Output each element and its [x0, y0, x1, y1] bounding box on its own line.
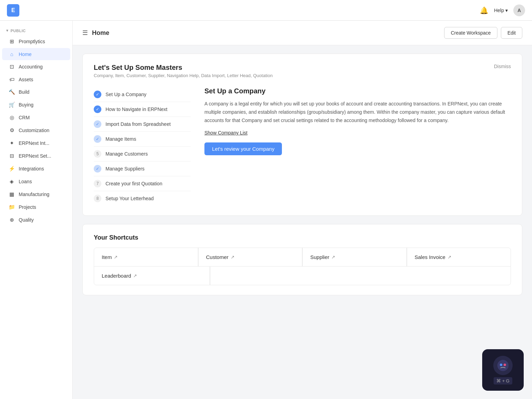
integrations-icon: ⚡ [8, 166, 15, 172]
sidebar-item-label: Manufacturing [19, 192, 49, 197]
manufacturing-icon: ▦ [8, 191, 15, 197]
external-link-icon: ↗ [448, 254, 451, 260]
sidebar-item-label: ERPNext Int... [19, 140, 49, 146]
sidebar-item-label: ERPNext Set... [19, 153, 51, 159]
shortcut-item-supplier[interactable]: Supplier ↗ [303, 248, 407, 266]
sidebar-item-label: Build [19, 89, 29, 95]
dismiss-button[interactable]: Dismiss [494, 64, 511, 69]
review-company-button[interactable]: Let's review your Company [204, 142, 282, 155]
promptlytics-icon: ⊞ [8, 38, 15, 45]
avatar[interactable]: A [513, 4, 525, 16]
create-workspace-button[interactable]: Create Workspace [444, 27, 497, 39]
sidebar-item-erpnext-set[interactable]: ⊟ ERPNext Set... [2, 150, 70, 162]
list-item[interactable]: ✓ Manage Suppliers [94, 161, 191, 176]
sidebar-item-integrations[interactable]: ⚡ Integrations [2, 163, 70, 175]
projects-icon: 📁 [8, 204, 15, 210]
bell-icon[interactable]: 🔔 [480, 6, 488, 15]
step-number: 7 [94, 180, 101, 187]
buying-icon: 🛒 [8, 102, 15, 108]
list-item[interactable]: ✓ How to Navigate in ERPNext [94, 102, 191, 117]
check-partial-icon: ✓ [94, 165, 101, 173]
content-area: Let's Set Up Some Masters Company, Item,… [73, 45, 532, 312]
sidebar-item-crm[interactable]: ◎ CRM [2, 111, 70, 124]
list-item[interactable]: ✓ Set Up a Company [94, 87, 191, 102]
widget-icon [493, 356, 513, 375]
robot-icon [497, 359, 509, 372]
edit-button[interactable]: Edit [501, 27, 522, 39]
sidebar-item-home[interactable]: ⌂ Home [2, 48, 70, 60]
topnav-right: 🔔 Help ▾ A [480, 4, 525, 16]
main-content: ☰ Home Create Workspace Edit Let's Set U… [73, 21, 532, 399]
sidebar-item-erpnext-int[interactable]: ✦ ERPNext Int... [2, 137, 70, 149]
sidebar-item-customization[interactable]: ⚙ Customization [2, 124, 70, 137]
list-item[interactable]: 5 Manage Customers [94, 147, 191, 161]
sidebar-item-promptlytics[interactable]: ⊞ Promptlytics [2, 35, 70, 48]
sidebar-item-label: Accounting [19, 64, 43, 69]
setup-list: ✓ Set Up a Company ✓ How to Navigate in … [94, 87, 191, 206]
widget-shortcut: ⌘ + G [494, 377, 512, 384]
setup-card: Let's Set Up Some Masters Company, Item,… [82, 54, 522, 216]
step-label: Setup Your Letterhead [106, 196, 154, 201]
shortcuts-container: Item ↗ Customer ↗ Supplier ↗ [94, 248, 511, 285]
list-item[interactable]: ✓ Manage Items [94, 132, 191, 147]
erpnext-set-icon: ⊟ [8, 153, 15, 159]
sidebar-item-label: Buying [19, 102, 34, 108]
help-label: Help [494, 8, 504, 13]
step-label: Set Up a Company [106, 92, 146, 97]
list-item[interactable]: ✓ Import Data from Spreadsheet [94, 117, 191, 132]
card-title: Let's Set Up Some Masters [94, 64, 273, 72]
chevron-down-icon: ▾ [505, 8, 508, 13]
shortcut-label: Leaderboard [102, 273, 131, 279]
help-button[interactable]: Help ▾ [494, 8, 508, 13]
sidebar-item-buying[interactable]: 🛒 Buying [2, 99, 70, 111]
crm-icon: ◎ [8, 114, 15, 121]
empty-space [210, 267, 511, 285]
step-label: Manage Suppliers [106, 166, 145, 171]
step-number: 5 [94, 150, 101, 158]
accounting-icon: ⊡ [8, 64, 15, 70]
external-link-icon: ↗ [133, 273, 137, 278]
loans-icon: ◈ [8, 178, 15, 185]
sidebar-item-label: Customization [19, 128, 49, 133]
card-subtitle: Company, Item, Customer, Supplier, Navig… [94, 73, 273, 78]
svg-point-2 [504, 363, 506, 366]
shortcut-item-sales-invoice[interactable]: Sales Invoice ↗ [407, 248, 511, 266]
app-logo[interactable]: E [7, 4, 19, 17]
shortcut-item-item[interactable]: Item ↗ [94, 248, 198, 266]
subheader-right: Create Workspace Edit [444, 27, 522, 39]
sidebar-item-projects[interactable]: 📁 Projects [2, 201, 70, 213]
customization-icon: ⚙ [8, 127, 15, 133]
sidebar-item-accounting[interactable]: ⊡ Accounting [2, 61, 70, 73]
chevron-down-icon: ▾ [6, 28, 9, 33]
shortcut-item-customer[interactable]: Customer ↗ [199, 248, 303, 266]
sidebar-item-build[interactable]: 🔨 Build [2, 86, 70, 98]
shortcut-item-leaderboard[interactable]: Leaderboard ↗ [94, 267, 210, 285]
shortcut-label: Sales Invoice [415, 254, 446, 260]
list-item[interactable]: 7 Create your first Quotation [94, 176, 191, 191]
shortcuts-row1: Item ↗ Customer ↗ Supplier ↗ [94, 248, 511, 267]
sidebar-item-assets[interactable]: 🏷 Assets [2, 73, 70, 85]
shortcuts-card: Your Shortcuts Item ↗ Customer ↗ [82, 224, 522, 295]
erpnext-int-icon: ✦ [8, 140, 15, 146]
detail-description: A company is a legal entity for which yo… [204, 100, 511, 124]
list-item[interactable]: 8 Setup Your Letterhead [94, 191, 191, 206]
card-header: Let's Set Up Some Masters Company, Item,… [94, 64, 273, 78]
show-company-list-link[interactable]: Show Company List [204, 130, 511, 136]
floating-widget[interactable]: ⌘ + G [482, 349, 524, 391]
check-done-icon: ✓ [94, 91, 101, 98]
check-partial-icon: ✓ [94, 135, 101, 143]
detail-title: Set Up a Company [204, 87, 511, 95]
hamburger-icon[interactable]: ☰ [82, 29, 88, 37]
sidebar-item-label: Promptlytics [19, 39, 45, 44]
sidebar-item-manufacturing[interactable]: ▦ Manufacturing [2, 188, 70, 201]
topnav-left: E [7, 4, 19, 17]
shortcuts-row2: Leaderboard ↗ [94, 267, 511, 285]
step-label: How to Navigate in ERPNext [106, 106, 167, 112]
quality-icon: ⊕ [8, 217, 15, 223]
sidebar-item-label: Assets [19, 77, 33, 82]
shortcut-label: Item [102, 254, 112, 260]
shortcuts-title: Your Shortcuts [94, 234, 511, 241]
sidebar-item-loans[interactable]: ◈ Loans [2, 175, 70, 188]
sidebar-item-label: Home [19, 52, 31, 57]
sidebar-item-quality[interactable]: ⊕ Quality [2, 214, 70, 226]
